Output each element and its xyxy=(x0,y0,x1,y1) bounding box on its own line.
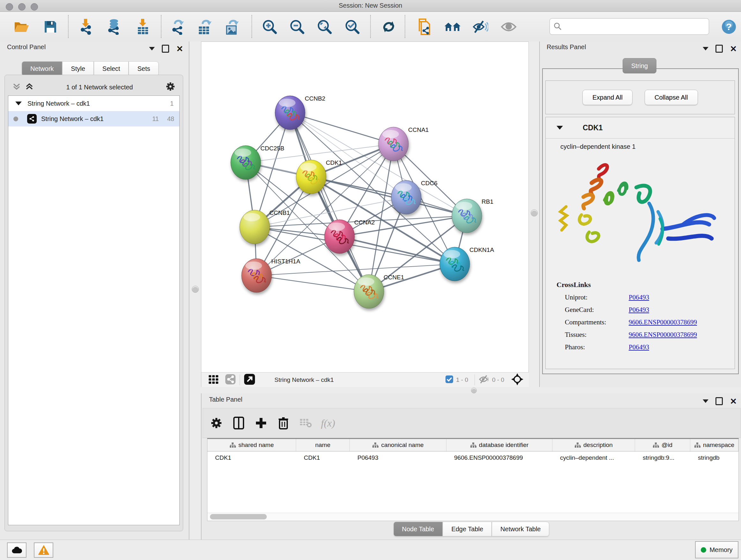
selected-checkbox-icon[interactable] xyxy=(445,375,454,385)
clone-network-button[interactable] xyxy=(416,18,433,35)
export-network-button[interactable] xyxy=(170,18,186,35)
control-panel-float-icon[interactable] xyxy=(162,45,169,53)
network-node-CCNA2[interactable] xyxy=(325,220,354,253)
zoom-fit-content-button[interactable] xyxy=(316,18,333,35)
crosslink-link[interactable]: 9606.ENSP00000378699 xyxy=(629,331,697,339)
export-image-button[interactable] xyxy=(224,18,240,35)
search-field[interactable] xyxy=(549,18,709,35)
memory-button[interactable]: Memory xyxy=(695,541,738,558)
save-session-button[interactable] xyxy=(42,18,59,35)
fit-selected-crosshair-icon[interactable] xyxy=(511,373,523,387)
network-node-CCNA1[interactable] xyxy=(379,127,408,161)
column-header-shared-name[interactable]: shared name xyxy=(207,439,296,451)
network-node-CCNE1[interactable] xyxy=(354,274,384,308)
table-row[interactable]: CDK1CDK1P064939606.ENSP00000378699cyclin… xyxy=(207,451,738,464)
tab-network[interactable]: Network xyxy=(22,61,62,76)
crosslink-link[interactable]: P06493 xyxy=(629,343,649,351)
delete-column-icon[interactable] xyxy=(274,416,292,430)
results-panel-menu-icon[interactable] xyxy=(703,47,709,51)
cdk1-card-header[interactable]: CDK1 xyxy=(546,117,735,138)
network-node-CDK1[interactable] xyxy=(296,160,326,194)
network-node-CCNB2[interactable] xyxy=(275,96,305,130)
cdk1-disclosure-icon[interactable] xyxy=(556,126,563,130)
horizontal-splitter[interactable] xyxy=(201,387,741,393)
table-cell[interactable]: CDK1 xyxy=(207,451,296,464)
network-birds-eye-icon[interactable] xyxy=(225,374,236,386)
left-splitter-knob[interactable] xyxy=(192,286,199,293)
open-in-browser-icon[interactable] xyxy=(244,374,255,386)
show-columns-icon[interactable] xyxy=(230,416,248,430)
network-node-CCNB1[interactable] xyxy=(240,210,270,244)
network-node-CDC25B[interactable] xyxy=(231,145,261,179)
control-panel-menu-icon[interactable] xyxy=(149,47,155,51)
crosslink-link[interactable]: 9606.ENSP00000378699 xyxy=(629,318,697,326)
table-horizontal-scrollbar[interactable] xyxy=(207,513,738,521)
network-node-CDKN1A[interactable] xyxy=(440,247,470,281)
crosslink-link[interactable]: P06493 xyxy=(629,294,649,301)
tab-edge-table[interactable]: Edge Table xyxy=(443,522,492,537)
table-cell[interactable]: stringdb:9... xyxy=(635,451,690,464)
table-cell[interactable]: stringdb xyxy=(690,451,738,464)
table-gear-icon[interactable] xyxy=(207,416,225,430)
zoom-selected-button[interactable] xyxy=(344,18,360,35)
horizontal-splitter-knob[interactable] xyxy=(471,388,477,393)
column-header-name[interactable]: name xyxy=(296,439,350,451)
table-panel-close-icon[interactable]: ✕ xyxy=(730,398,737,405)
search-input[interactable] xyxy=(564,23,705,30)
hide-selected-button[interactable] xyxy=(472,18,488,35)
network-row[interactable]: String Network – cdk1 11 48 xyxy=(8,111,179,126)
network-node-CDC6[interactable] xyxy=(391,180,421,214)
tab-network-table[interactable]: Network Table xyxy=(492,522,549,537)
crosslink-link[interactable]: P06493 xyxy=(629,306,649,314)
show-selected-button[interactable] xyxy=(500,18,517,35)
network-node-RB1[interactable] xyxy=(452,199,482,233)
show-network-overview-button[interactable] xyxy=(444,18,461,35)
results-panel-float-icon[interactable] xyxy=(716,45,723,53)
network-node-HIST1H1A[interactable] xyxy=(242,259,272,293)
open-session-button[interactable] xyxy=(13,18,30,35)
tab-sets[interactable]: Sets xyxy=(129,61,158,76)
table-cell[interactable]: CDK1 xyxy=(296,451,350,464)
left-panel-splitter[interactable] xyxy=(189,42,201,387)
import-table-from-file-button[interactable] xyxy=(135,18,151,35)
column-header-canonical-name[interactable]: canonical name xyxy=(350,439,447,451)
tab-select[interactable]: Select xyxy=(94,61,129,76)
hidden-eye-slash-icon[interactable] xyxy=(479,375,489,385)
right-splitter-knob[interactable] xyxy=(531,209,538,216)
network-collection-row[interactable]: String Network – cdk1 1 xyxy=(8,96,179,111)
grid-view-icon[interactable] xyxy=(208,374,219,386)
column-header-namespace[interactable]: namespace xyxy=(690,439,738,451)
tab-node-table[interactable]: Node Table xyxy=(394,522,443,537)
export-table-button[interactable] xyxy=(197,18,213,35)
import-network-from-file-button[interactable] xyxy=(78,18,94,35)
column-header-database-identifier[interactable]: database identifier xyxy=(447,439,552,451)
table-panel-float-icon[interactable] xyxy=(716,397,723,405)
tab-string[interactable]: String xyxy=(623,58,657,73)
network-options-gear-icon[interactable] xyxy=(165,82,175,92)
table-cell[interactable]: cyclin–dependent ... xyxy=(552,451,635,464)
expand-all-networks-icon[interactable] xyxy=(25,82,33,92)
create-column-icon[interactable] xyxy=(252,416,270,430)
table-cell[interactable]: P06493 xyxy=(350,451,447,464)
tab-style[interactable]: Style xyxy=(62,61,93,76)
import-network-from-database-button[interactable] xyxy=(106,18,122,35)
column-header-@id[interactable]: @id xyxy=(635,439,690,451)
results-panel-close-icon[interactable]: ✕ xyxy=(730,46,737,52)
collapse-all-networks-icon[interactable] xyxy=(12,82,21,92)
control-panel-close-icon[interactable]: ✕ xyxy=(176,46,183,52)
column-header-description[interactable]: description xyxy=(552,439,635,451)
table-cell[interactable]: 9606.ENSP00000378699 xyxy=(447,451,552,464)
collection-disclosure-icon[interactable] xyxy=(15,102,22,105)
expand-all-button[interactable]: Expand All xyxy=(583,90,632,105)
warnings-button[interactable] xyxy=(34,543,53,558)
zoom-out-button[interactable] xyxy=(289,18,306,35)
zoom-in-button[interactable] xyxy=(261,18,278,35)
right-panel-splitter[interactable] xyxy=(529,42,539,387)
help-button[interactable]: ? xyxy=(721,18,737,35)
table-panel-menu-icon[interactable] xyxy=(703,399,709,403)
collapse-all-button[interactable]: Collapse All xyxy=(645,90,698,105)
network-canvas[interactable]: CCNB2CCNA1CDC25BCDK1CDC6RB1CCNB1CCNA2CDK… xyxy=(201,42,529,372)
cloud-status-button[interactable] xyxy=(7,543,26,558)
scrollbar-thumb[interactable] xyxy=(210,514,267,519)
apply-preferred-layout-button[interactable] xyxy=(381,18,397,35)
